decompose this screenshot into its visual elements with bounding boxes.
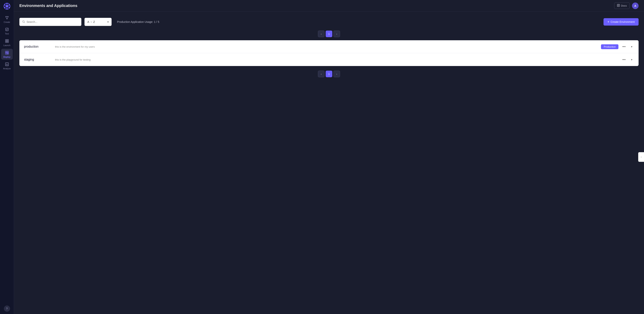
sidebar-item-label: Launch (3, 44, 10, 46)
avatar[interactable]: A (632, 2, 638, 9)
sidebar-bottom: ? (4, 306, 10, 312)
next-page-button[interactable]: › (334, 30, 340, 37)
collapse-panel-button[interactable]: ‹ (638, 152, 644, 162)
chevron-left-icon: ‹ (321, 32, 322, 35)
page-title: Environments and Applications (19, 3, 77, 8)
page-1-button[interactable]: 1 (326, 71, 332, 77)
toolbar: A → Z ▾ Production Application Usage: 1 … (19, 18, 638, 26)
search-icon (22, 20, 25, 24)
svg-rect-14 (6, 51, 7, 52)
chevron-right-icon: › (336, 32, 337, 35)
launch-icon (5, 39, 9, 43)
create-icon (5, 15, 9, 20)
sidebar-item-launch[interactable]: Launch (1, 37, 13, 48)
search-box[interactable] (19, 18, 81, 26)
sidebar-item-label: Test (5, 32, 9, 35)
top-pagination: ‹ 1 › (19, 30, 638, 37)
sidebar-item-analyze[interactable]: Analyze (1, 60, 13, 71)
logo[interactable] (3, 2, 11, 10)
svg-rect-13 (7, 41, 8, 42)
deploy-icon (5, 50, 9, 55)
svg-rect-17 (7, 53, 8, 54)
test-icon (5, 27, 9, 32)
chevron-left-icon: ‹ (321, 73, 322, 75)
svg-rect-10 (6, 39, 7, 41)
sidebar-item-label: Analyze (3, 67, 11, 70)
sidebar: Create Test Launch (0, 0, 14, 314)
chevron-right-icon: › (336, 73, 337, 75)
content-area: A → Z ▾ Production Application Usage: 1 … (14, 11, 644, 314)
search-input[interactable] (26, 20, 78, 23)
bottom-pagination: ‹ 1 › (19, 71, 638, 77)
expand-button[interactable]: ▾ (630, 44, 634, 49)
next-page-button[interactable]: › (334, 71, 340, 77)
docs-label: Docs (621, 4, 627, 7)
sidebar-item-label: Create (4, 21, 10, 23)
collapse-icon: ‹ (641, 156, 642, 158)
svg-line-27 (24, 22, 25, 23)
sort-label: A → Z (88, 20, 95, 23)
svg-rect-16 (6, 53, 7, 54)
header-actions: Docs A (614, 2, 638, 9)
help-button[interactable]: ? (4, 306, 10, 312)
prev-page-button[interactable]: ‹ (318, 30, 324, 37)
svg-point-3 (8, 4, 10, 5)
table-row: production this is the environment for m… (19, 40, 638, 53)
sidebar-item-deploy[interactable]: Deploy (1, 49, 13, 60)
create-environment-button[interactable]: + Create Environment (604, 18, 638, 25)
svg-point-7 (4, 4, 6, 5)
usage-text: Production Application Usage: 1 / 5 (117, 20, 159, 23)
svg-rect-11 (7, 39, 8, 41)
plus-icon: + (608, 20, 610, 24)
env-name: staging (24, 58, 55, 61)
environment-list: production this is the environment for m… (19, 40, 638, 66)
env-description: this is the environment for my users (55, 45, 601, 48)
svg-point-5 (6, 8, 8, 9)
main-content: Environments and Applications Docs A (14, 0, 644, 314)
sidebar-item-test[interactable]: Test (1, 25, 13, 36)
expand-button[interactable]: ▾ (630, 57, 634, 62)
svg-point-6 (4, 7, 6, 8)
prev-page-button[interactable]: ‹ (318, 71, 324, 77)
svg-point-2 (6, 3, 8, 4)
more-options-button[interactable]: ••• (621, 57, 627, 62)
sidebar-item-label: Deploy (3, 56, 10, 58)
svg-rect-15 (7, 51, 8, 52)
svg-point-1 (6, 5, 8, 7)
page-1-button[interactable]: 1 (326, 30, 332, 37)
env-row-actions: ••• ▾ (621, 57, 634, 62)
svg-point-4 (8, 7, 10, 8)
env-name: production (24, 45, 55, 48)
header: Environments and Applications Docs A (14, 0, 644, 11)
analyze-icon (5, 62, 9, 67)
docs-icon (617, 4, 620, 7)
docs-button[interactable]: Docs (614, 2, 630, 9)
env-description: this is the playground for testing (55, 58, 621, 61)
env-row-actions: Production ••• ▾ (601, 44, 634, 49)
create-env-label: Create Environment (610, 20, 635, 23)
sidebar-item-create[interactable]: Create (1, 14, 13, 25)
production-badge: Production (601, 44, 618, 49)
chevron-down-icon: ▾ (107, 20, 109, 23)
svg-rect-12 (6, 41, 7, 42)
table-row: staging this is the playground for testi… (19, 53, 638, 66)
sort-dropdown[interactable]: A → Z ▾ (84, 18, 112, 26)
more-options-button[interactable]: ••• (621, 44, 627, 49)
